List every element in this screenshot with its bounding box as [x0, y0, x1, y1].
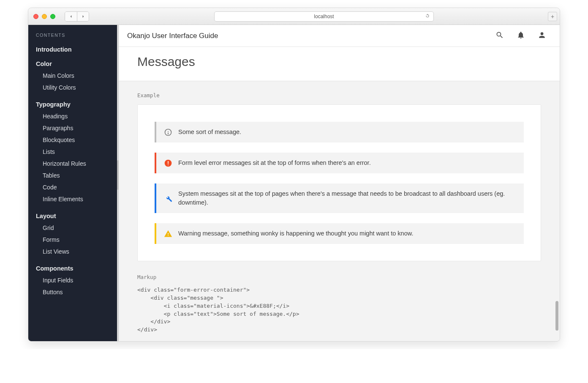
sidebar-item-introduction[interactable]: Introduction — [36, 46, 117, 53]
back-button[interactable] — [65, 12, 77, 21]
sidebar-item-components[interactable]: Components — [36, 265, 117, 272]
svg-rect-2 — [168, 164, 169, 165]
sidebar-item-inline-elements[interactable]: Inline Elements — [36, 193, 117, 205]
message-warning: Warning message, something wonky is happ… — [155, 223, 524, 244]
sidebar-item-lists[interactable]: Lists — [36, 146, 117, 158]
page-title-block: Messages — [119, 47, 560, 81]
minimize-window-button[interactable] — [42, 14, 47, 19]
message-text: System messages sit at the top of pages … — [178, 189, 516, 207]
sidebar-item-forms[interactable]: Forms — [36, 234, 117, 246]
forward-button[interactable] — [77, 12, 89, 21]
warning-icon — [164, 230, 172, 238]
wrench-icon — [164, 194, 172, 202]
scroll-thumb[interactable] — [555, 301, 558, 331]
close-window-button[interactable] — [33, 14, 38, 19]
message-error: Form level error messages sit at the top… — [155, 153, 524, 173]
page-title: Messages — [137, 55, 541, 69]
window-controls — [33, 14, 55, 19]
markup-section: Markup <div class="form-error-container"… — [137, 274, 541, 334]
browser-window: localhost + CONTENTS Introduction Color … — [28, 8, 560, 342]
content-area: Example Some sort of message. Form level… — [119, 81, 560, 341]
example-card: Some sort of message. Form level error m… — [137, 104, 541, 261]
message-text: Warning message, something wonky is happ… — [178, 229, 413, 238]
message-info: Some sort of message. — [155, 122, 524, 142]
message-text: Form level error messages sit at the top… — [178, 159, 371, 167]
sidebar-item-layout[interactable]: Layout — [36, 213, 117, 219]
address-text: localhost — [314, 14, 334, 19]
message-system: System messages sit at the top of pages … — [155, 183, 524, 213]
markup-code: <div class="form-error-container"> <div … — [137, 286, 541, 334]
sidebar-item-main-colors[interactable]: Main Colors — [36, 70, 117, 82]
info-icon — [164, 128, 172, 137]
sidebar-item-utility-colors[interactable]: Utility Colors — [36, 82, 117, 93]
sidebar-item-buttons[interactable]: Buttons — [36, 286, 117, 298]
sidebar-item-headings[interactable]: Headings — [36, 110, 117, 122]
address-bar[interactable]: localhost — [214, 11, 434, 22]
maximize-window-button[interactable] — [50, 14, 55, 19]
new-tab-button[interactable]: + — [548, 12, 557, 21]
sidebar-item-list-views[interactable]: List Views — [36, 246, 117, 257]
sidebar-item-horizontal-rules[interactable]: Horizontal Rules — [36, 158, 117, 170]
app-header: Okanjo User Interface Guide — [119, 25, 560, 47]
app-title: Okanjo User Interface Guide — [127, 32, 218, 40]
reload-icon[interactable] — [425, 13, 430, 19]
chevron-left-icon — [68, 14, 74, 19]
message-text: Some sort of message. — [178, 128, 241, 137]
search-icon[interactable] — [495, 31, 504, 41]
example-label: Example — [137, 92, 541, 98]
sidebar-heading: CONTENTS — [36, 33, 117, 38]
sidebar-item-paragraphs[interactable]: Paragraphs — [36, 122, 117, 134]
markup-label: Markup — [137, 274, 541, 280]
nav-buttons — [65, 11, 89, 22]
app-root: CONTENTS Introduction Color Main Colors … — [28, 25, 560, 341]
notifications-icon[interactable] — [517, 31, 525, 41]
sidebar-item-typography[interactable]: Typography — [36, 101, 117, 108]
browser-chrome: localhost + — [28, 8, 560, 25]
svg-rect-1 — [168, 161, 169, 164]
error-icon — [164, 159, 172, 167]
sidebar: CONTENTS Introduction Color Main Colors … — [28, 25, 117, 341]
sidebar-item-tables[interactable]: Tables — [36, 170, 117, 181]
vertical-scrollbar[interactable] — [554, 81, 560, 341]
account-icon[interactable] — [538, 31, 546, 41]
sidebar-item-code[interactable]: Code — [36, 181, 117, 193]
sidebar-item-color[interactable]: Color — [36, 60, 117, 67]
sidebar-item-blockquotes[interactable]: Blockquotes — [36, 134, 117, 146]
sidebar-item-input-fields[interactable]: Input Fields — [36, 274, 117, 286]
main-area: Okanjo User Interface Guide Messages — [119, 25, 560, 341]
sidebar-item-grid[interactable]: Grid — [36, 222, 117, 234]
chevron-right-icon — [81, 14, 86, 19]
header-icons — [495, 31, 546, 41]
